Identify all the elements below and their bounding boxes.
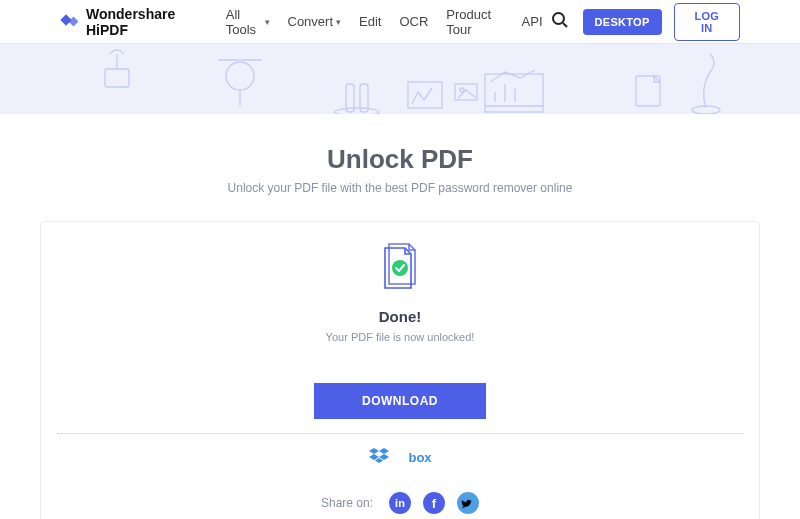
main-nav: All Tools▾ Convert▾ Edit OCR Product Tou… — [226, 7, 543, 37]
svg-line-3 — [563, 23, 567, 27]
chevron-down-icon: ▾ — [265, 17, 270, 27]
linkedin-icon[interactable]: in — [389, 492, 411, 514]
page-title: Unlock PDF — [0, 144, 800, 175]
svg-text:in: in — [395, 497, 405, 509]
cloud-save-row: box — [41, 446, 759, 468]
svg-marker-27 — [379, 448, 389, 454]
box-icon[interactable]: box — [408, 450, 431, 465]
dropbox-icon[interactable] — [368, 446, 390, 468]
brand-text: Wondershare HiPDF — [86, 6, 208, 38]
svg-line-13 — [412, 92, 418, 104]
header: Wondershare HiPDF All Tools▾ Convert▾ Ed… — [0, 0, 800, 44]
svg-point-17 — [460, 88, 464, 92]
svg-rect-12 — [408, 82, 442, 108]
nav-api[interactable]: API — [522, 14, 543, 29]
svg-rect-0 — [60, 14, 71, 25]
svg-point-6 — [226, 62, 254, 90]
share-row: Share on: in f — [41, 492, 759, 514]
svg-line-15 — [424, 88, 432, 100]
svg-line-14 — [418, 92, 424, 100]
hipdf-logo-icon — [60, 14, 80, 30]
file-unlocked-icon — [379, 242, 421, 294]
svg-marker-30 — [375, 458, 383, 463]
done-message: Your PDF file is now unlocked! — [41, 331, 759, 343]
svg-point-2 — [553, 13, 564, 24]
brand-logo[interactable]: Wondershare HiPDF — [60, 6, 208, 38]
share-label: Share on: — [321, 496, 373, 510]
nav-all-tools[interactable]: All Tools▾ — [226, 7, 270, 37]
result-card: Done! Your PDF file is now unlocked! DOW… — [40, 221, 760, 519]
twitter-icon[interactable] — [457, 492, 479, 514]
nav-product-tour[interactable]: Product Tour — [446, 7, 503, 37]
hero-banner — [0, 44, 800, 114]
svg-rect-1 — [69, 16, 79, 26]
divider — [57, 433, 743, 434]
done-heading: Done! — [41, 308, 759, 325]
chevron-down-icon: ▾ — [336, 17, 341, 27]
svg-rect-4 — [105, 69, 129, 87]
svg-point-25 — [392, 260, 408, 276]
svg-point-11 — [335, 108, 379, 114]
search-icon[interactable] — [551, 11, 569, 33]
page-subtitle: Unlock your PDF file with the best PDF p… — [0, 181, 800, 195]
download-button[interactable]: DOWNLOAD — [314, 383, 486, 419]
nav-convert[interactable]: Convert▾ — [288, 14, 342, 29]
svg-text:f: f — [432, 496, 437, 511]
facebook-icon[interactable]: f — [423, 492, 445, 514]
nav-ocr[interactable]: OCR — [399, 14, 428, 29]
desktop-button[interactable]: DESKTOP — [583, 9, 662, 35]
nav-edit[interactable]: Edit — [359, 14, 381, 29]
svg-rect-23 — [636, 76, 660, 106]
login-button[interactable]: LOG IN — [674, 3, 740, 41]
svg-marker-26 — [369, 448, 379, 454]
title-block: Unlock PDF Unlock your PDF file with the… — [0, 114, 800, 195]
